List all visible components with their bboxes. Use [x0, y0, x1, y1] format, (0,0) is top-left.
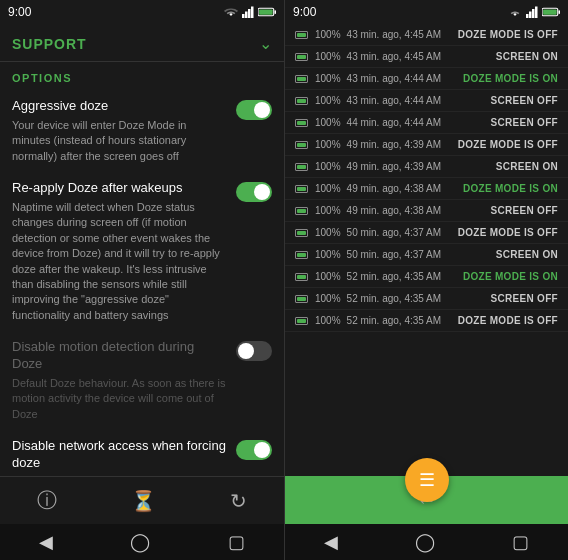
log-item: 100%49 min. ago, 4:39 AMSCREEN ON: [285, 156, 568, 178]
toggle-aggressive-doze[interactable]: [236, 100, 272, 120]
log-event: SCREEN OFF: [491, 205, 558, 216]
battery-percent: 100%: [315, 271, 341, 282]
option-desc-aggressive-doze: Your device will enter Doze Mode in minu…: [12, 118, 228, 164]
battery-indicator: [295, 251, 309, 259]
battery-percent: 100%: [315, 293, 341, 304]
log-item: 100%43 min. ago, 4:45 AMDOZE MODE IS OFF: [285, 24, 568, 46]
battery-indicator: [295, 185, 309, 193]
battery-indicator: [295, 207, 309, 215]
log-event: DOZE MODE IS OFF: [458, 315, 558, 326]
options-label: OPTIONS: [0, 62, 284, 90]
battery-percent: 100%: [315, 29, 341, 40]
log-item: 100%43 min. ago, 4:44 AMDOZE MODE IS ON: [285, 68, 568, 90]
log-time: 49 min. ago, 4:39 AM: [347, 139, 452, 150]
right-recents-button[interactable]: ▢: [512, 531, 529, 553]
signal-icon: [242, 6, 254, 18]
left-section-header[interactable]: SUPPORT ⌄: [0, 24, 284, 61]
right-back-button[interactable]: ◀: [324, 531, 338, 553]
battery-percent: 100%: [315, 95, 341, 106]
log-time: 50 min. ago, 4:37 AM: [347, 227, 452, 238]
right-time: 9:00: [293, 5, 316, 19]
log-time: 52 min. ago, 4:35 AM: [347, 271, 457, 282]
option-aggressive-doze[interactable]: Aggressive doze Your device will enter D…: [0, 90, 284, 172]
log-event: DOZE MODE IS OFF: [458, 227, 558, 238]
option-reapply-doze[interactable]: Re-apply Doze after wakeups Naptime will…: [0, 172, 284, 331]
log-event: SCREEN ON: [496, 51, 558, 62]
left-status-icons: [224, 6, 276, 18]
svg-rect-7: [526, 14, 529, 18]
toggle-disable-motion: [236, 341, 272, 361]
log-event: SCREEN ON: [496, 249, 558, 260]
battery-percent: 100%: [315, 249, 341, 260]
svg-rect-6: [259, 9, 273, 14]
toggle-disable-network[interactable]: [236, 440, 272, 460]
left-time: 9:00: [8, 5, 31, 19]
log-event: SCREEN OFF: [491, 95, 558, 106]
svg-rect-12: [559, 10, 561, 14]
battery-indicator: [295, 295, 309, 303]
right-signal-icon: [526, 6, 538, 18]
log-item: 100%52 min. ago, 4:35 AMDOZE MODE IS ON: [285, 266, 568, 288]
log-event: SCREEN OFF: [491, 293, 558, 304]
log-event: DOZE MODE IS OFF: [458, 139, 558, 150]
log-item: 100%44 min. ago, 4:44 AMSCREEN OFF: [285, 112, 568, 134]
log-time: 43 min. ago, 4:45 AM: [347, 29, 452, 40]
log-time: 50 min. ago, 4:37 AM: [347, 249, 490, 260]
battery-indicator: [295, 229, 309, 237]
right-bottom-bar: ☰ ←: [285, 476, 568, 524]
svg-rect-0: [242, 14, 245, 18]
fab-button[interactable]: ☰: [405, 458, 449, 502]
left-system-nav: ◀ ◯ ▢: [0, 524, 284, 560]
log-time: 52 min. ago, 4:35 AM: [347, 293, 485, 304]
svg-rect-9: [532, 9, 535, 18]
battery-indicator: [295, 97, 309, 105]
battery-indicator: [295, 53, 309, 61]
svg-rect-10: [535, 7, 538, 19]
right-home-button[interactable]: ◯: [415, 531, 435, 553]
right-battery-icon: [542, 7, 560, 17]
battery-percent: 100%: [315, 183, 341, 194]
log-event: SCREEN OFF: [491, 117, 558, 128]
log-item: 100%43 min. ago, 4:44 AMSCREEN OFF: [285, 90, 568, 112]
option-title-reapply-doze: Re-apply Doze after wakeups: [12, 180, 228, 197]
battery-indicator: [295, 317, 309, 325]
log-event: DOZE MODE IS OFF: [458, 29, 558, 40]
chevron-down-icon: ⌄: [259, 34, 272, 53]
left-status-bar: 9:00: [0, 0, 284, 24]
battery-indicator: [295, 141, 309, 149]
refresh-icon[interactable]: ↻: [230, 489, 247, 513]
help-icon[interactable]: ⓘ: [37, 487, 57, 514]
right-status-icons: [508, 6, 560, 18]
log-event: DOZE MODE IS ON: [463, 73, 558, 84]
log-event: SCREEN ON: [496, 161, 558, 172]
option-desc-reapply-doze: Naptime will detect when Doze status cha…: [12, 200, 228, 323]
right-status-bar: 9:00: [285, 0, 568, 24]
back-button[interactable]: ◀: [39, 531, 53, 553]
fab-icon: ☰: [419, 469, 435, 491]
svg-rect-2: [248, 9, 251, 18]
right-system-nav: ◀ ◯ ▢: [285, 524, 568, 560]
left-panel: 9:00 SUPPORT ⌄ OPTIONS Aggressive doze Y…: [0, 0, 284, 560]
log-time: 49 min. ago, 4:39 AM: [347, 161, 490, 172]
recents-button[interactable]: ▢: [228, 531, 245, 553]
right-panel: 9:00 100%43 min. ago, 4:45 AMDOZE MODE I…: [284, 0, 568, 560]
options-list: Aggressive doze Your device will enter D…: [0, 90, 284, 476]
toggle-reapply-doze[interactable]: [236, 182, 272, 202]
right-wifi-icon: [508, 6, 522, 18]
option-disable-network[interactable]: Disable network access when forcing doze…: [0, 430, 284, 476]
home-button[interactable]: ◯: [130, 531, 150, 553]
log-event: DOZE MODE IS ON: [463, 183, 558, 194]
timer-icon[interactable]: ⏳: [131, 489, 156, 513]
log-time: 43 min. ago, 4:45 AM: [347, 51, 490, 62]
battery-indicator: [295, 163, 309, 171]
svg-rect-13: [543, 9, 557, 14]
battery-percent: 100%: [315, 117, 341, 128]
wifi-icon: [224, 6, 238, 18]
option-title-disable-network: Disable network access when forcing doze: [12, 438, 228, 472]
battery-percent: 100%: [315, 315, 341, 326]
left-bottom-nav: ⓘ ⏳ ↻: [0, 476, 284, 524]
battery-indicator: [295, 119, 309, 127]
log-time: 49 min. ago, 4:38 AM: [347, 205, 485, 216]
battery-percent: 100%: [315, 205, 341, 216]
battery-percent: 100%: [315, 73, 341, 84]
